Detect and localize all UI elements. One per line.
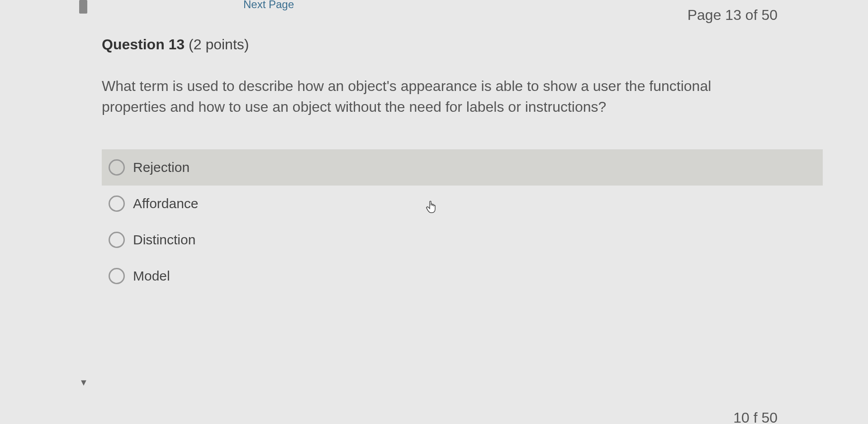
question-number: Question 13 xyxy=(102,36,185,52)
option-label: Model xyxy=(133,268,170,284)
radio-button[interactable] xyxy=(109,195,125,212)
option-label: Rejection xyxy=(133,160,190,175)
radio-button[interactable] xyxy=(109,268,125,284)
question-header: Question 13 (2 points) xyxy=(102,36,823,53)
option-row[interactable]: Distinction xyxy=(102,222,823,258)
scrollbar-thumb[interactable] xyxy=(79,0,87,14)
option-label: Affordance xyxy=(133,196,199,211)
options-list: RejectionAffordanceDistinctionModel xyxy=(102,149,823,294)
question-text: What term is used to describe how an obj… xyxy=(102,76,712,118)
question-points: (2 points) xyxy=(189,36,249,52)
option-row[interactable]: Rejection xyxy=(102,149,823,186)
radio-button[interactable] xyxy=(109,159,125,176)
next-page-button[interactable]: Next Page xyxy=(240,0,298,13)
radio-button[interactable] xyxy=(109,232,125,248)
page-indicator: Page 13 of 50 xyxy=(688,7,778,24)
option-row[interactable]: Model xyxy=(102,258,823,294)
dropdown-caret-icon[interactable]: ▼ xyxy=(79,377,88,388)
option-label: Distinction xyxy=(133,232,195,248)
option-row[interactable]: Affordance xyxy=(102,186,823,222)
footer-page-fragment: 10 f 50 xyxy=(733,410,778,424)
